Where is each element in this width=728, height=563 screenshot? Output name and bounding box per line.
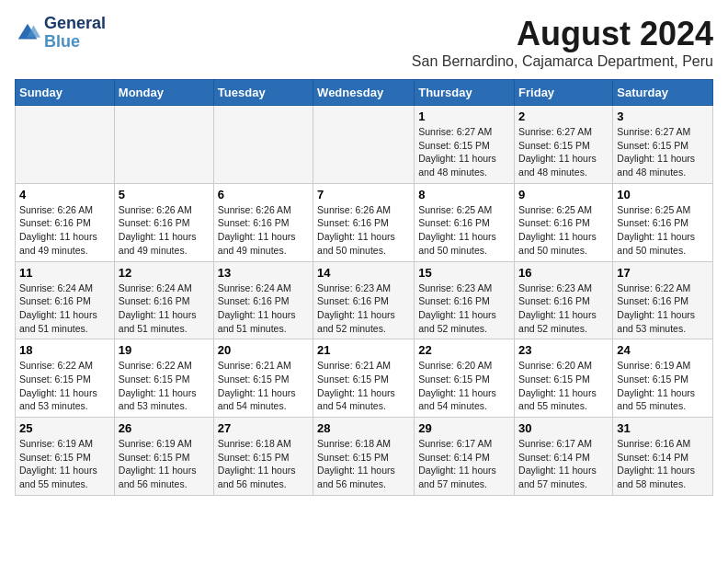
day-info: Sunrise: 6:24 AM Sunset: 6:16 PM Dayligh… [19, 282, 110, 336]
header-monday: Monday [114, 80, 213, 106]
day-info: Sunrise: 6:26 AM Sunset: 6:16 PM Dayligh… [218, 203, 309, 258]
day-number: 7 [317, 188, 410, 201]
day-info: Sunrise: 6:23 AM Sunset: 6:16 PM Dayligh… [317, 282, 410, 336]
sub-title: San Bernardino, Cajamarca Department, Pe… [412, 53, 713, 70]
day-number: 15 [418, 266, 510, 280]
day-number: 1 [418, 109, 510, 123]
calendar-cell: 14Sunrise: 6:23 AM Sunset: 6:16 PM Dayli… [313, 261, 415, 339]
week-row-2: 4Sunrise: 6:26 AM Sunset: 6:16 PM Daylig… [16, 183, 713, 261]
day-number: 11 [19, 266, 110, 280]
calendar-cell [313, 106, 415, 184]
day-number: 13 [218, 266, 309, 280]
day-info: Sunrise: 6:24 AM Sunset: 6:16 PM Dayligh… [119, 282, 210, 336]
calendar-cell: 24Sunrise: 6:19 AM Sunset: 6:15 PM Dayli… [613, 339, 713, 418]
day-number: 22 [418, 343, 510, 357]
day-info: Sunrise: 6:20 AM Sunset: 6:15 PM Dayligh… [418, 359, 510, 413]
header-tuesday: Tuesday [213, 80, 313, 106]
calendar-cell: 25Sunrise: 6:19 AM Sunset: 6:15 PM Dayli… [16, 418, 115, 496]
calendar-cell: 22Sunrise: 6:20 AM Sunset: 6:15 PM Dayli… [415, 339, 515, 418]
calendar-cell: 17Sunrise: 6:22 AM Sunset: 6:16 PM Dayli… [613, 261, 713, 339]
day-info: Sunrise: 6:19 AM Sunset: 6:15 PM Dayligh… [19, 437, 110, 491]
calendar-cell: 15Sunrise: 6:23 AM Sunset: 6:16 PM Dayli… [415, 261, 515, 339]
calendar-cell: 12Sunrise: 6:24 AM Sunset: 6:16 PM Dayli… [114, 261, 213, 339]
title-section: August 2024 San Bernardino, Cajamarca De… [412, 15, 713, 70]
calendar-cell: 13Sunrise: 6:24 AM Sunset: 6:16 PM Dayli… [213, 261, 313, 339]
day-number: 26 [119, 421, 210, 435]
logo-line2: Blue [44, 33, 106, 52]
week-row-4: 18Sunrise: 6:22 AM Sunset: 6:15 PM Dayli… [16, 339, 713, 418]
calendar-cell [16, 106, 115, 184]
day-info: Sunrise: 6:18 AM Sunset: 6:15 PM Dayligh… [317, 437, 410, 491]
calendar-cell: 21Sunrise: 6:21 AM Sunset: 6:15 PM Dayli… [313, 339, 415, 418]
calendar-table: SundayMondayTuesdayWednesdayThursdayFrid… [15, 79, 713, 496]
day-info: Sunrise: 6:27 AM Sunset: 6:15 PM Dayligh… [518, 125, 609, 179]
calendar-cell: 23Sunrise: 6:20 AM Sunset: 6:15 PM Dayli… [515, 339, 613, 418]
day-number: 29 [418, 421, 510, 435]
day-info: Sunrise: 6:21 AM Sunset: 6:15 PM Dayligh… [317, 359, 410, 413]
day-number: 23 [518, 343, 609, 357]
calendar-cell: 27Sunrise: 6:18 AM Sunset: 6:15 PM Dayli… [213, 418, 313, 496]
day-info: Sunrise: 6:17 AM Sunset: 6:14 PM Dayligh… [518, 437, 609, 491]
day-info: Sunrise: 6:17 AM Sunset: 6:14 PM Dayligh… [418, 437, 510, 491]
day-info: Sunrise: 6:26 AM Sunset: 6:16 PM Dayligh… [317, 203, 410, 258]
day-info: Sunrise: 6:21 AM Sunset: 6:15 PM Dayligh… [218, 359, 309, 413]
day-info: Sunrise: 6:24 AM Sunset: 6:16 PM Dayligh… [218, 282, 309, 336]
calendar-cell: 28Sunrise: 6:18 AM Sunset: 6:15 PM Dayli… [313, 418, 415, 496]
day-info: Sunrise: 6:23 AM Sunset: 6:16 PM Dayligh… [518, 282, 609, 336]
day-info: Sunrise: 6:23 AM Sunset: 6:16 PM Dayligh… [418, 282, 510, 336]
day-info: Sunrise: 6:18 AM Sunset: 6:15 PM Dayligh… [218, 437, 309, 491]
day-number: 24 [617, 343, 709, 357]
logo: General Blue [15, 15, 106, 52]
day-number: 16 [518, 266, 609, 280]
calendar-cell: 31Sunrise: 6:16 AM Sunset: 6:14 PM Dayli… [613, 418, 713, 496]
calendar-cell: 1Sunrise: 6:27 AM Sunset: 6:15 PM Daylig… [415, 106, 515, 184]
calendar-cell: 18Sunrise: 6:22 AM Sunset: 6:15 PM Dayli… [16, 339, 115, 418]
calendar-cell [114, 106, 213, 184]
day-info: Sunrise: 6:26 AM Sunset: 6:16 PM Dayligh… [19, 203, 110, 258]
day-info: Sunrise: 6:16 AM Sunset: 6:14 PM Dayligh… [617, 437, 709, 491]
day-number: 27 [218, 421, 309, 435]
week-row-5: 25Sunrise: 6:19 AM Sunset: 6:15 PM Dayli… [16, 418, 713, 496]
day-number: 14 [317, 266, 410, 280]
week-row-1: 1Sunrise: 6:27 AM Sunset: 6:15 PM Daylig… [16, 106, 713, 184]
day-number: 3 [617, 109, 709, 123]
calendar-cell: 2Sunrise: 6:27 AM Sunset: 6:15 PM Daylig… [515, 106, 613, 184]
day-number: 18 [19, 343, 110, 357]
calendar-cell: 20Sunrise: 6:21 AM Sunset: 6:15 PM Dayli… [213, 339, 313, 418]
day-info: Sunrise: 6:22 AM Sunset: 6:16 PM Dayligh… [617, 282, 709, 336]
main-title: August 2024 [412, 15, 713, 53]
day-number: 10 [617, 188, 709, 201]
day-number: 12 [119, 266, 210, 280]
day-number: 9 [518, 188, 609, 201]
header-wednesday: Wednesday [313, 80, 415, 106]
calendar-cell: 11Sunrise: 6:24 AM Sunset: 6:16 PM Dayli… [16, 261, 115, 339]
calendar-cell: 4Sunrise: 6:26 AM Sunset: 6:16 PM Daylig… [16, 183, 115, 261]
day-number: 21 [317, 343, 410, 357]
header-friday: Friday [515, 80, 613, 106]
calendar-cell: 9Sunrise: 6:25 AM Sunset: 6:16 PM Daylig… [515, 183, 613, 261]
calendar-cell: 26Sunrise: 6:19 AM Sunset: 6:15 PM Dayli… [114, 418, 213, 496]
logo-text: General Blue [44, 15, 106, 52]
day-number: 31 [617, 421, 709, 435]
day-info: Sunrise: 6:26 AM Sunset: 6:16 PM Dayligh… [119, 203, 210, 258]
calendar-cell [213, 106, 313, 184]
day-number: 19 [119, 343, 210, 357]
logo-icon [15, 20, 40, 46]
calendar-cell: 16Sunrise: 6:23 AM Sunset: 6:16 PM Dayli… [515, 261, 613, 339]
day-number: 4 [19, 188, 110, 201]
calendar-cell: 19Sunrise: 6:22 AM Sunset: 6:15 PM Dayli… [114, 339, 213, 418]
day-info: Sunrise: 6:19 AM Sunset: 6:15 PM Dayligh… [617, 359, 709, 413]
day-info: Sunrise: 6:25 AM Sunset: 6:16 PM Dayligh… [418, 203, 510, 258]
logo-line1: General [44, 15, 106, 33]
day-info: Sunrise: 6:19 AM Sunset: 6:15 PM Dayligh… [119, 437, 210, 491]
calendar-cell: 8Sunrise: 6:25 AM Sunset: 6:16 PM Daylig… [415, 183, 515, 261]
calendar-cell: 29Sunrise: 6:17 AM Sunset: 6:14 PM Dayli… [415, 418, 515, 496]
day-number: 2 [518, 109, 609, 123]
day-info: Sunrise: 6:22 AM Sunset: 6:15 PM Dayligh… [19, 359, 110, 413]
day-info: Sunrise: 6:27 AM Sunset: 6:15 PM Dayligh… [418, 125, 510, 179]
day-info: Sunrise: 6:25 AM Sunset: 6:16 PM Dayligh… [617, 203, 709, 258]
header-saturday: Saturday [613, 80, 713, 106]
day-number: 28 [317, 421, 410, 435]
header-thursday: Thursday [415, 80, 515, 106]
day-number: 8 [418, 188, 510, 201]
